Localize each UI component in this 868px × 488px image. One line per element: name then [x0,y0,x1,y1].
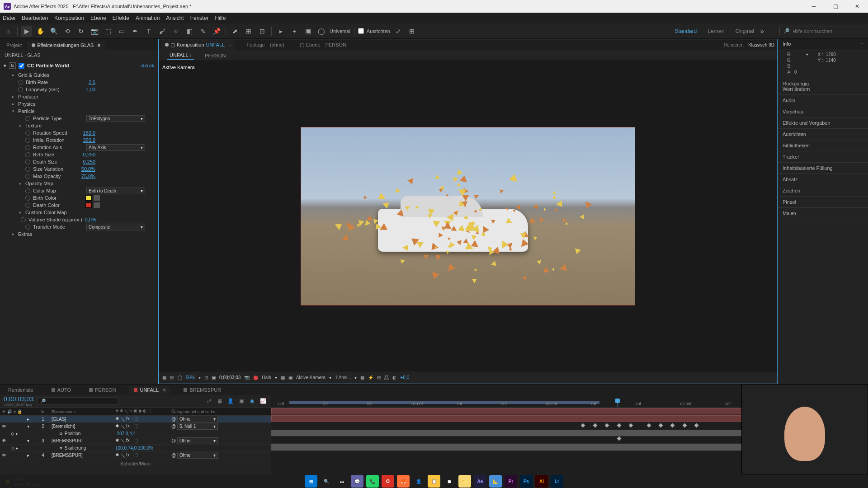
lock-toggle[interactable] [20,417,25,422]
twirl-icon[interactable]: ▸ [27,417,29,422]
eyedropper-icon[interactable] [94,195,100,201]
views-dropdown[interactable]: 1 Ansi... [335,375,351,380]
stopwatch-icon[interactable] [25,188,30,193]
parent-dropdown[interactable]: Ohne▾ [177,452,218,459]
clone-tool[interactable]: ⟐ [170,26,181,37]
effect-controls-tab[interactable]: Effekteinstellungen GLAS≡ [27,41,105,50]
teams-icon[interactable]: 💬 [351,475,363,488]
local-axis-icon[interactable]: ⬈ [230,26,241,37]
pickwhip-icon[interactable]: @ [171,424,176,429]
resolution-dropdown[interactable]: Halb [262,375,271,380]
roi-icon[interactable]: ▣ [212,375,216,380]
layer-row[interactable]: ◇ ▸⭘ Skalierung100,0,74,0,100,0% [0,445,271,452]
transform-value[interactable]: -287,8,4,4 [115,431,136,436]
orbit-tool[interactable]: ⟲ [62,26,73,37]
layer-row[interactable]: 👁▸4 [BREMSSPUR]✱＼fx⬚@ Ohne▾ [0,452,271,459]
viewport[interactable]: Aktive Kamera [159,61,777,371]
comp-mini-flow-icon[interactable]: ⇄ [205,397,213,405]
pickwhip-icon[interactable]: @ [171,453,176,458]
solo-toggle[interactable] [14,417,19,422]
selection-arrow-icon[interactable]: ▸ [275,26,286,37]
help-search-input[interactable] [793,28,861,34]
exposure-reset-icon[interactable]: ◐ [392,375,396,380]
world-axis-icon[interactable]: ⊞ [243,26,254,37]
composition-canvas[interactable] [301,127,635,305]
timeline-tab-bremsspur[interactable]: BREMSSPUR [179,386,226,394]
puppet-tool[interactable]: 📌 [211,26,222,37]
prop-value[interactable]: 360,0 [83,137,95,143]
playhead[interactable] [618,401,618,407]
lock-toggle[interactable] [20,424,25,429]
current-time[interactable]: 0;00;03;03 [219,375,241,380]
motion-blur-icon[interactable]: ◉ [248,397,256,405]
menu-animation[interactable]: Animation [136,15,160,21]
solo-toggle[interactable] [14,453,19,458]
panel-pinsel[interactable]: Pinsel [778,197,868,208]
search-taskbar-icon[interactable]: 🔍 [320,475,333,488]
panel-zeichen[interactable]: Zeichen [778,185,868,197]
resolution-icon[interactable]: ⊡ [204,375,208,380]
maximize-button[interactable]: ▢ [828,2,843,11]
pixel-aspect-icon[interactable]: ▦ [360,375,364,380]
twirl-icon[interactable]: ▾ [27,424,29,429]
menu-komposition[interactable]: Komposition [54,15,84,21]
text-tool[interactable]: T [143,26,154,37]
home-icon[interactable]: ⌂ [3,26,14,37]
after-effects-icon[interactable]: Ae [474,475,486,488]
stopwatch-icon[interactable] [25,167,30,172]
menu-ansicht[interactable]: Ansicht [166,15,184,21]
panel-ausrichten[interactable]: Ausrichten [778,129,868,140]
snap-edge-icon[interactable]: ⤢ [393,26,404,37]
hand-tool[interactable]: ✋ [35,26,46,37]
add-icon[interactable]: + [289,26,300,37]
twirl-icon[interactable]: ▸ [18,210,23,215]
menu-ebene[interactable]: Ebene [90,15,106,21]
panel-tracker[interactable]: Tracker [778,151,868,163]
menu-datei[interactable]: Datei [3,15,15,21]
lock-toggle[interactable] [20,453,25,458]
renderer-value[interactable]: Klassisch 3D [748,42,774,47]
task-view-icon[interactable]: ▭ [335,475,348,488]
stopwatch-icon[interactable] [25,196,30,201]
exposure-value[interactable]: +0,0 [400,375,409,380]
zoom-value[interactable]: 50% [186,375,195,380]
mask-icon[interactable]: ◯ [177,375,182,380]
shy-icon[interactable]: 👤 [226,397,235,405]
lock-icon[interactable]: ▢ [170,42,175,48]
visibility-toggle[interactable]: 👁 [2,424,7,429]
color-swatch[interactable] [85,202,92,208]
snap-icon[interactable]: ▣ [302,26,313,37]
audio-toggle[interactable] [8,438,13,444]
prop-value[interactable]: 0,250 [83,159,95,164]
keyframe[interactable] [617,436,621,441]
pickwhip-icon[interactable]: @ [171,417,176,422]
twirl-icon[interactable]: ▸ [18,123,23,128]
graph-editor-icon[interactable]: 📈 [259,397,267,405]
close-button[interactable]: ✕ [850,2,864,11]
rotate-tool[interactable]: ↻ [75,26,86,37]
effect-enable-checkbox[interactable] [19,63,24,69]
help-search[interactable]: 🔎 [779,27,865,35]
pan-behind-tool[interactable]: ⬚ [103,26,113,37]
keyframe-cluster[interactable] [581,423,701,428]
menu-fenster[interactable]: Fenster [190,15,209,21]
twirl-icon[interactable]: ▾ [4,63,6,69]
visibility-toggle[interactable]: 👁 [2,453,7,458]
start-button[interactable]: ⊞ [305,475,317,488]
eyedropper-icon[interactable] [94,202,100,208]
prop-value[interactable]: 0,250 [83,152,95,157]
snapshot-icon[interactable]: 📷 [244,375,250,380]
selection-tool[interactable]: ▶ [21,26,32,37]
zoom-tool[interactable]: 🔍 [48,26,59,37]
fast-preview-icon[interactable]: ⚡ [368,375,373,380]
snap-grid-icon[interactable]: ⊞ [406,26,417,37]
lock-toggle[interactable] [20,438,25,444]
grid-icon[interactable]: ⊞ [170,375,174,380]
lightroom-icon[interactable]: Lr [551,475,563,488]
layer-row[interactable]: 👁▾3 [BREMSSPUR]✱＼fx⬚@ Ohne▾ [0,437,271,445]
brush-tool[interactable]: 🖌 [157,26,168,37]
mini-flow-person[interactable]: PERSON [202,52,228,59]
timeline-tab-renderliste[interactable]: Renderliste [4,386,38,394]
pickwhip-icon[interactable]: @ [171,438,176,443]
draft3d-icon[interactable]: ▦ [216,397,224,405]
